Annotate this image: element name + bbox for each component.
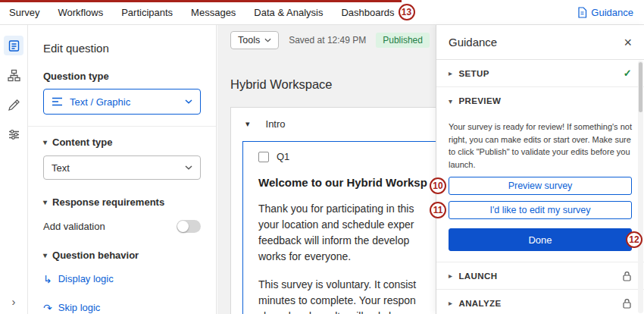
preview-body-text: Your survey is ready for review! If some… <box>449 121 632 171</box>
question-type-value: Text / Graphic <box>70 96 130 108</box>
tools-button[interactable]: Tools <box>230 31 279 49</box>
setup-label: SETUP <box>458 69 489 78</box>
skip-logic-link[interactable]: ↷ Skip logic <box>43 302 201 313</box>
guidance-doc-icon <box>577 7 587 18</box>
response-requirements-section-header[interactable]: ▾ Response requirements <box>43 196 201 208</box>
preview-survey-button[interactable]: Preview survey <box>449 177 632 195</box>
skip-logic-label: Skip logic <box>58 302 101 313</box>
content-type-select[interactable]: Text <box>43 155 201 180</box>
preview-section-header[interactable]: ▾ PREVIEW <box>436 87 644 115</box>
caret-right-icon: ▸ <box>449 272 452 280</box>
toggle-knob <box>177 221 189 232</box>
skip-logic-icon: ↷ <box>43 303 52 313</box>
nav-tab-participants[interactable]: Participants <box>121 7 173 18</box>
add-validation-label: Add validation <box>43 221 105 232</box>
caret-right-icon: ▸ <box>449 299 452 307</box>
expand-panel-chevron-icon[interactable]: › <box>0 295 27 308</box>
caret-down-icon: ▾ <box>43 198 47 206</box>
annotation-mark-11: 11 <box>430 202 446 218</box>
survey-flow-icon[interactable] <box>4 65 23 85</box>
response-requirements-label: Response requirements <box>52 196 164 208</box>
chevron-down-icon <box>185 165 192 170</box>
edit-survey-button[interactable]: I'd like to edit my survey <box>449 201 632 219</box>
close-icon[interactable]: × <box>624 36 632 49</box>
guidance-header: Guidance × <box>436 25 644 60</box>
question-behavior-label: Question behavior <box>52 250 139 261</box>
block-label[interactable]: Intro <box>266 118 286 130</box>
question-behavior-section-header[interactable]: ▾ Question behavior <box>43 250 201 261</box>
collapse-block-caret-icon[interactable]: ▾ <box>245 119 250 129</box>
guidance-panel: Guidance × ▸ SETUP ✓ ▾ PREVIEW Your surv… <box>436 25 644 314</box>
display-logic-link[interactable]: ↳ Display logic <box>43 273 201 284</box>
left-icon-rail: › <box>0 25 28 314</box>
survey-options-icon[interactable] <box>4 124 23 144</box>
annotation-mark-13: 13 <box>399 4 415 20</box>
nav-tab-messages[interactable]: Messages <box>191 7 236 18</box>
preview-label: PREVIEW <box>458 96 501 105</box>
nav-tabs: Survey Workflows Participants Messages D… <box>9 7 395 18</box>
lock-icon <box>622 298 632 309</box>
chevron-down-icon <box>264 38 271 42</box>
guidance-scrollbar[interactable] <box>638 61 643 313</box>
app-window: Survey Workflows Participants Messages D… <box>0 0 644 314</box>
nav-tab-survey[interactable]: Survey <box>9 7 39 18</box>
published-badge: Published <box>376 33 430 48</box>
divider <box>28 126 216 127</box>
guidance-buttons: Preview survey 10 I'd like to edit my su… <box>436 177 644 251</box>
guidance-title: Guidance <box>449 36 497 49</box>
setup-section-header[interactable]: ▸ SETUP ✓ <box>436 60 644 87</box>
lock-icon <box>622 271 632 281</box>
content-type-value: Text <box>52 162 70 174</box>
survey-builder-icon[interactable] <box>4 36 23 55</box>
top-nav: Survey Workflows Participants Messages D… <box>0 0 644 25</box>
display-logic-label: Display logic <box>58 273 114 284</box>
caret-down-icon: ▾ <box>43 251 47 259</box>
question-id: Q1 <box>277 151 289 162</box>
add-validation-toggle[interactable] <box>177 220 201 233</box>
edit-question-panel: Edit question Question type Text / Graph… <box>28 25 217 314</box>
question-checkbox[interactable] <box>258 152 269 162</box>
check-icon: ✓ <box>624 68 632 79</box>
add-validation-row: Add validation <box>43 220 201 233</box>
nav-tab-dashboards[interactable]: Dashboards 13 <box>341 7 394 18</box>
done-button[interactable]: Done <box>449 228 632 251</box>
scrollbar-thumb[interactable] <box>639 62 642 112</box>
display-logic-icon: ↳ <box>43 274 52 284</box>
analyze-label: ANALYZE <box>458 299 501 308</box>
nav-tab-workflows[interactable]: Workflows <box>58 7 103 18</box>
chevron-down-icon <box>185 99 192 104</box>
saved-status: Saved at 12:49 PM <box>289 35 366 46</box>
caret-down-icon: ▾ <box>43 138 47 146</box>
look-and-feel-icon[interactable] <box>4 95 23 115</box>
launch-label: LAUNCH <box>458 272 497 281</box>
question-type-label: Question type <box>43 71 201 82</box>
nav-tab-data-analysis[interactable]: Data & Analysis <box>254 7 323 18</box>
analyze-section-header[interactable]: ▸ ANALYZE <box>436 290 644 314</box>
launch-section-header[interactable]: ▸ LAUNCH <box>436 262 644 290</box>
content-type-label: Content type <box>52 137 112 148</box>
caret-right-icon: ▸ <box>449 69 452 77</box>
guidance-link-label: Guidance <box>591 7 633 18</box>
nav-tab-dashboards-label: Dashboards <box>341 7 394 18</box>
content-type-section-header[interactable]: ▾ Content type <box>43 137 201 148</box>
text-graphic-icon <box>52 97 63 106</box>
question-type-select[interactable]: Text / Graphic <box>43 89 201 115</box>
caret-down-icon: ▾ <box>449 97 452 105</box>
annotation-line <box>0 0 402 2</box>
guidance-link[interactable]: Guidance <box>577 7 633 18</box>
tools-label: Tools <box>238 35 260 46</box>
annotation-mark-10: 10 <box>430 177 446 194</box>
annotation-mark-12: 12 <box>626 231 642 248</box>
panel-title: Edit question <box>43 42 201 55</box>
